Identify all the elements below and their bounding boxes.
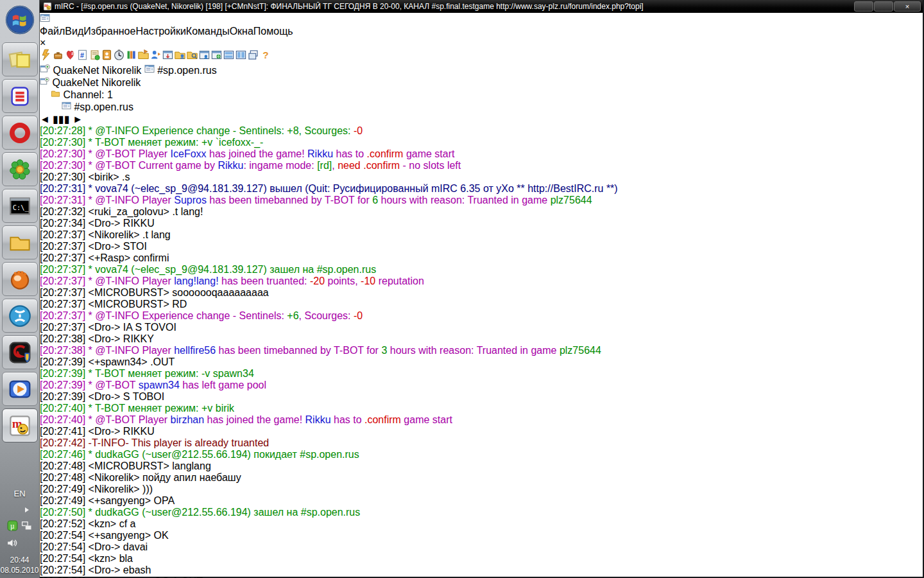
dcc-send-icon[interactable] — [137, 52, 150, 63]
scroll-left-icon[interactable]: ◄ — [40, 114, 50, 125]
tree-view: QuakeNet Nikorelik Channel: 1 #sp.open.r… — [40, 76, 923, 113]
menu-Настройки[interactable]: Настройки — [135, 26, 185, 37]
channel-window-icon — [144, 65, 155, 76]
find-file-icon[interactable] — [186, 52, 198, 63]
start-button[interactable] — [2, 1, 38, 39]
chat-segment: plz75644 — [560, 345, 601, 356]
chat-line: [20:27:42] -T-INFO- This player is alrea… — [40, 437, 923, 449]
channel-window-icon — [40, 14, 50, 25]
chat-line: [20:27:39] * T-BOT меняет режим: -v spaw… — [40, 368, 923, 380]
volume-icon[interactable] — [6, 538, 17, 551]
chat-segment: has to — [331, 414, 364, 425]
favorites-icon[interactable]: # — [64, 52, 76, 63]
help-icon[interactable]: ? — [259, 52, 271, 63]
media-player[interactable] — [2, 372, 38, 406]
chat-segment: [20:27:37] * vova74 (~elec_sp_9@94.181.3… — [40, 264, 376, 275]
menu-Избранное[interactable]: Избранное — [83, 26, 135, 37]
menu-Вид[interactable]: Вид — [65, 26, 83, 37]
menu-Окна[interactable]: Окна — [230, 26, 253, 37]
chat-segment: [rd] — [317, 160, 332, 171]
options-icon[interactable] — [52, 52, 64, 63]
url-list-icon[interactable] — [125, 52, 137, 63]
chat-log[interactable]: [20:27:28] * @T-INFO Experience change -… — [40, 125, 923, 578]
connect-icon[interactable] — [40, 52, 52, 63]
svg-text:#: # — [71, 51, 74, 57]
command-prompt[interactable]: C:\_ — [2, 189, 38, 223]
chat-line: [20:27:37] <Nikorelik> .t lang — [40, 229, 923, 241]
opera-browser[interactable] — [2, 116, 38, 150]
date[interactable]: 08.05.2010 — [0, 565, 38, 575]
icq[interactable] — [2, 152, 38, 186]
scripts-icon[interactable] — [89, 52, 101, 63]
tile-vertical-icon[interactable] — [235, 52, 247, 63]
chat-segment: reputation — [375, 276, 424, 286]
notify-folder-icon[interactable] — [174, 52, 186, 63]
chat-line: [20:27:37] * @T-INFO Player lang!lang! h… — [40, 276, 923, 287]
chat-segment: [20:27:30] * @T-BOT Player — [40, 148, 171, 159]
sticky-notes[interactable] — [2, 42, 38, 76]
chat-segment: [20:27:32] <ruki_za_golovu> .t lang! — [40, 206, 203, 217]
chat-segment: .confirm — [364, 414, 401, 425]
window-resize-icon[interactable] — [162, 52, 174, 63]
title-bar[interactable]: m mIRC - [#sp.open.rus (QuakeNet, Nikore… — [40, 0, 923, 13]
menu-Команды[interactable]: Команды — [186, 26, 230, 37]
chat-segment: [20:27:38] <Dro-> RIKKY — [40, 333, 154, 344]
scrollbar-thumb[interactable]: ▮▮▮ — [53, 114, 69, 125]
chat-line: [20:27:37] <Dro-> STOI — [40, 241, 923, 252]
tree-item-channel-folder[interactable]: Channel: 1 — [51, 89, 923, 101]
clock[interactable]: 20:44 — [10, 555, 29, 565]
chat-line: [20:27:49] <Nikorelik> ))) — [40, 484, 923, 495]
notes-app[interactable] — [2, 79, 38, 113]
menu-Файл[interactable]: Файл — [40, 26, 65, 37]
chat-segment: hellfire56 — [174, 345, 216, 356]
chat-segment: [20:27:39] * T-BOT меняет режим: -v spaw… — [40, 368, 254, 379]
tree-horizontal-scrollbar[interactable]: ◄ ▮▮▮ ► — [40, 113, 923, 125]
query-icon[interactable] — [150, 52, 162, 63]
chat-line: [20:27:37] <+Rasp> confirmi — [40, 252, 923, 264]
chat-segment: Rikku — [218, 160, 243, 171]
timer-icon[interactable] — [113, 52, 125, 63]
garena[interactable] — [2, 335, 38, 369]
toolbar: ##? — [40, 49, 923, 64]
system-tray: ENµ20:4408.05.2010 — [0, 489, 38, 578]
expand-tray-icon[interactable] — [25, 507, 29, 512]
chat-segment: has been timebanned by T-BOT for — [207, 195, 372, 206]
browse-window-icon[interactable] — [210, 52, 223, 63]
close-button[interactable]: × — [894, 1, 921, 12]
chat-segment: [20:27:42] -T-INFO- This player is alrea… — [40, 437, 269, 448]
chat-segment: [20:27:30] * @T-BOT Current game by — [40, 160, 218, 171]
tree-item-label: QuakeNet Nikorelik — [52, 77, 141, 88]
child-close-button[interactable]: × — [40, 37, 46, 48]
scroll-right-icon[interactable]: ► — [73, 114, 83, 125]
tab-channel-sp-open-rus[interactable]: #sp.open.rus — [144, 65, 217, 76]
chat-window-icon[interactable] — [198, 52, 210, 63]
chat-line: [20:27:54] <kzn> bla — [40, 553, 923, 565]
tree-item-network[interactable]: QuakeNet Nikorelik — [40, 76, 923, 89]
chat-segment: [20:27:48] <MICROBURST> langlang — [40, 460, 211, 471]
menu-Помощь[interactable]: Помощь — [253, 26, 293, 37]
channels-list-icon[interactable]: # — [76, 52, 89, 63]
cascade-icon[interactable] — [247, 52, 259, 63]
xfire[interactable] — [2, 299, 38, 333]
chat-segment: Rikku — [307, 148, 333, 159]
network-icon[interactable] — [21, 520, 32, 534]
tab-status-window[interactable]: QuakeNet Nikorelik — [40, 65, 144, 76]
file-explorer[interactable] — [2, 225, 38, 259]
chat-line: [20:27:52] <kzn> cf a — [40, 518, 923, 530]
mirc[interactable]: m — [2, 408, 38, 442]
restore-button[interactable] — [874, 1, 893, 12]
chat-segment: : ingame mode: — [243, 160, 317, 171]
tree-item-channel[interactable]: #sp.open.rus — [62, 101, 923, 113]
address-book-icon[interactable] — [101, 52, 113, 63]
utorrent-icon[interactable]: µ — [7, 520, 18, 534]
chat-line: [20:27:38] * @T-INFO Player hellfire56 h… — [40, 345, 923, 356]
chat-segment: [20:27:54] <+sangyeng> OK — [40, 530, 169, 541]
tile-horizontal-icon[interactable] — [223, 52, 235, 63]
chat-line: [20:27:54] <Dro-> ebash — [40, 565, 923, 576]
language-indicator[interactable]: EN — [13, 489, 25, 498]
gom-player[interactable] — [2, 262, 38, 296]
chat-segment: [20:27:40] * T-BOT меняет режим: +v biri… — [40, 403, 234, 414]
desktop: C:\_mENµ20:4408.05.2010 m mIRC - [#sp.op… — [0, 0, 924, 578]
minimize-button[interactable] — [854, 1, 873, 12]
tree-item-label: #sp.open.rus — [74, 101, 133, 112]
